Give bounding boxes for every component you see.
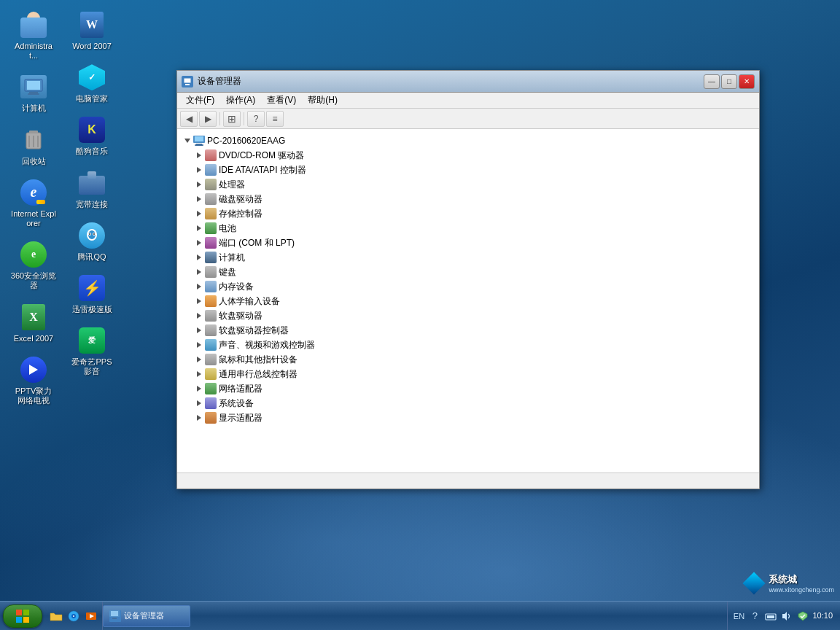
tree-item-7[interactable]: 计算机 bbox=[182, 250, 755, 265]
icon-broadband[interactable]: 宽带连接 bbox=[66, 166, 118, 212]
svg-rect-5 bbox=[29, 131, 38, 133]
window-content[interactable]: PC-20160620EAAG DVD/CD-ROM 驱动器 IDE ATA/A… bbox=[177, 129, 759, 472]
expander-11[interactable] bbox=[193, 310, 205, 322]
quick-launch bbox=[45, 602, 103, 630]
icon-network-dev bbox=[205, 383, 217, 394]
tree-item-18[interactable]: 显示适配器 bbox=[182, 411, 755, 425]
tree-item-9[interactable]: 内存设备 bbox=[182, 279, 755, 294]
toolbar-help[interactable]: ? bbox=[247, 111, 265, 127]
expander-15[interactable] bbox=[193, 368, 205, 380]
icon-mouse bbox=[205, 354, 217, 365]
menu-view[interactable]: 查看(V) bbox=[261, 93, 302, 108]
expander-5[interactable] bbox=[193, 222, 205, 234]
tray-volume[interactable] bbox=[780, 610, 793, 623]
icon-recycle[interactable]: 回收站 bbox=[7, 122, 60, 169]
expander-17[interactable] bbox=[193, 397, 205, 409]
tree-item-0[interactable]: DVD/CD-ROM 驱动器 bbox=[182, 148, 755, 163]
expander-9[interactable] bbox=[193, 281, 205, 292]
expander-16[interactable] bbox=[193, 383, 205, 394]
svg-rect-1 bbox=[27, 81, 40, 90]
close-button[interactable]: ✕ bbox=[739, 74, 755, 89]
icon-ie[interactable]: e Internet Explorer bbox=[7, 175, 60, 231]
tree-item-17[interactable]: 系统设备 bbox=[182, 396, 755, 411]
expander-6[interactable] bbox=[193, 237, 205, 249]
tree-item-12[interactable]: 软盘驱动器控制器 bbox=[182, 323, 755, 338]
expander-3[interactable] bbox=[193, 193, 205, 205]
toolbar-back[interactable]: ◀ bbox=[180, 111, 198, 127]
expander-7[interactable] bbox=[193, 252, 205, 263]
start-button[interactable] bbox=[3, 604, 42, 628]
tree-item-6[interactable]: 端口 (COM 和 LPT) bbox=[182, 236, 755, 250]
quick-folder[interactable] bbox=[48, 608, 64, 624]
toolbar-forward[interactable]: ▶ bbox=[199, 111, 217, 127]
icon-dvd bbox=[205, 149, 217, 161]
expander-14[interactable] bbox=[193, 354, 205, 365]
icon-excel[interactable]: X Excel 2007 bbox=[7, 300, 60, 346]
watermark-text: 系统城 bbox=[769, 573, 834, 586]
tree-item-5[interactable]: 电池 bbox=[182, 221, 755, 236]
tree-item-14[interactable]: 鼠标和其他指针设备 bbox=[182, 352, 755, 367]
expander-13[interactable] bbox=[193, 339, 205, 351]
minimize-button[interactable]: — bbox=[704, 74, 720, 89]
tray-network[interactable] bbox=[764, 610, 777, 623]
icon-pcmanager[interactable]: ✓ 电脑管家 bbox=[66, 60, 118, 106]
svg-rect-18 bbox=[185, 84, 190, 85]
tree-item-2[interactable]: 处理器 bbox=[182, 177, 755, 192]
tree-item-8[interactable]: 键盘 bbox=[182, 265, 755, 279]
icon-aiqiyi[interactable]: 爱 爱奇艺PPS影音 bbox=[66, 323, 118, 379]
window-titlebar[interactable]: 设备管理器 — □ ✕ bbox=[177, 71, 759, 93]
menu-action[interactable]: 操作(A) bbox=[220, 93, 261, 108]
quick-media[interactable] bbox=[66, 608, 82, 624]
tree-item-3[interactable]: 磁盘驱动器 bbox=[182, 192, 755, 206]
tray-clock[interactable]: 10:10 bbox=[812, 610, 833, 621]
menu-help[interactable]: 帮助(H) bbox=[302, 93, 343, 108]
tree-item-1[interactable]: IDE ATA/ATAPI 控制器 bbox=[182, 163, 755, 177]
icon-thunder[interactable]: ⚡ 迅雷极速版 bbox=[66, 271, 118, 317]
expander-1[interactable] bbox=[193, 164, 205, 176]
tray-lang[interactable]: EN bbox=[732, 610, 745, 623]
expander-4[interactable] bbox=[193, 208, 205, 219]
expander-8[interactable] bbox=[193, 266, 205, 278]
taskbar-device-manager[interactable]: 设备管理器 bbox=[103, 605, 190, 627]
tree-item-10[interactable]: 人体学输入设备 bbox=[182, 294, 755, 308]
icon-administrator[interactable]: Administrat... bbox=[7, 7, 60, 63]
svg-rect-22 bbox=[195, 144, 203, 146]
tree-item-16[interactable]: 网络适配器 bbox=[182, 381, 755, 396]
icon-sound bbox=[205, 339, 217, 351]
icon-computer[interactable]: 计算机 bbox=[7, 69, 60, 116]
device-tree: PC-20160620EAAG DVD/CD-ROM 驱动器 IDE ATA/A… bbox=[179, 131, 758, 428]
icon-computer2 bbox=[205, 252, 217, 263]
expander-10[interactable] bbox=[193, 295, 205, 307]
tree-item-13[interactable]: 声音、视频和游戏控制器 bbox=[182, 338, 755, 352]
icon-kugou[interactable]: K 酷狗音乐 bbox=[66, 112, 118, 159]
expander-2[interactable] bbox=[193, 179, 205, 190]
quick-video[interactable] bbox=[83, 608, 99, 624]
tree-root[interactable]: PC-20160620EAAG bbox=[182, 133, 755, 148]
device-manager-window: 设备管理器 — □ ✕ 文件(F) 操作(A) 查看(V) 帮助(H) ◀ ▶ … bbox=[176, 70, 760, 489]
icon-qq[interactable]: 腾讯QQ bbox=[66, 218, 118, 265]
tree-item-11[interactable]: 软盘驱动器 bbox=[182, 308, 755, 323]
svg-rect-36 bbox=[767, 615, 774, 618]
expander-12[interactable] bbox=[193, 324, 205, 336]
tree-item-4[interactable]: 存储控制器 bbox=[182, 206, 755, 221]
tray-security[interactable] bbox=[796, 610, 809, 623]
icon-display bbox=[205, 412, 217, 424]
svg-rect-20 bbox=[195, 136, 203, 141]
icon-floppyctrl bbox=[205, 324, 217, 336]
tray-help[interactable]: ? bbox=[748, 610, 761, 623]
icon-word[interactable]: W Word 2007 bbox=[66, 7, 118, 54]
windows-logo bbox=[15, 608, 31, 624]
root-expander[interactable] bbox=[182, 135, 193, 147]
expander-0[interactable] bbox=[193, 149, 205, 161]
icon-pptv[interactable]: PPTV聚力 网络电视 bbox=[7, 352, 60, 408]
svg-rect-3 bbox=[28, 93, 39, 95]
toolbar-sep2 bbox=[244, 112, 244, 125]
toolbar-up[interactable]: ⊞ bbox=[223, 111, 241, 127]
menu-file[interactable]: 文件(F) bbox=[180, 93, 220, 108]
icon-360browser[interactable]: e 360安全浏览器 bbox=[7, 237, 60, 293]
svg-rect-26 bbox=[23, 617, 29, 623]
expander-18[interactable] bbox=[193, 412, 205, 424]
toolbar-properties[interactable]: ≡ bbox=[266, 111, 284, 127]
maximize-button[interactable]: □ bbox=[721, 74, 737, 89]
tree-item-15[interactable]: 通用串行总线控制器 bbox=[182, 367, 755, 381]
